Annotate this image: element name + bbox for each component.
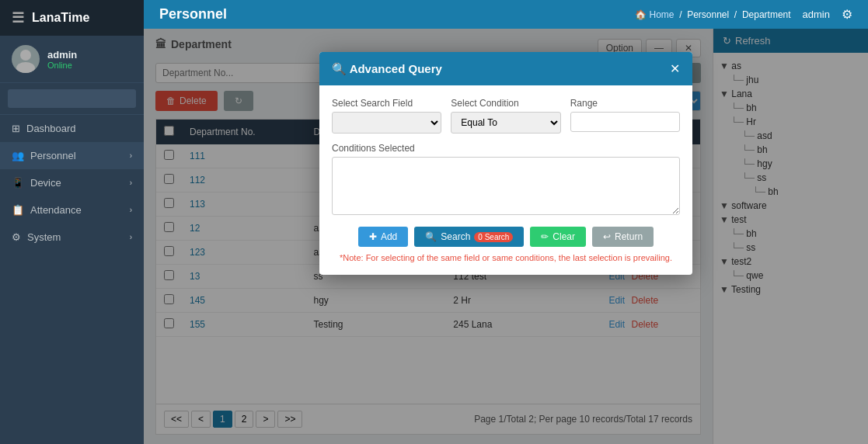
avatar (12, 45, 40, 73)
modal-close-button[interactable]: ✕ (670, 61, 680, 76)
condition-label: Select Condition (451, 98, 560, 109)
home-icon: 🏠 (635, 9, 647, 20)
svg-point-1 (16, 62, 35, 73)
admin-name: admin (803, 9, 830, 20)
search-icon: 🔍 (425, 231, 437, 242)
system-icon: ⚙ (12, 231, 21, 243)
sidebar-header: ☰ LanaTime (0, 0, 144, 36)
chevron-icon: › (130, 233, 132, 241)
personnel-breadcrumb: Personnel (687, 9, 729, 20)
range-label: Range (570, 98, 680, 109)
add-condition-button[interactable]: ✚ Add (358, 227, 408, 247)
modal-title: 🔍 Advanced Query (332, 62, 442, 76)
range-input[interactable] (570, 112, 680, 132)
sidebar-item-dashboard[interactable]: ⊞ Dashboard (0, 115, 144, 142)
hamburger-icon[interactable]: ☰ (12, 9, 24, 26)
dashboard-icon: ⊞ (12, 123, 20, 134)
condition-selector: Select Condition Equal To (451, 98, 560, 134)
sidebar-item-label: Dashboard (26, 123, 76, 134)
sidebar-item-label: System (27, 231, 61, 243)
plus-icon: ✚ (369, 231, 377, 242)
modal-note: *Note: For selecting of the same field o… (332, 253, 680, 262)
breadcrumb: 🏠 Home / Personnel / Department (635, 9, 790, 20)
sidebar-search-box (0, 83, 144, 115)
binoculars-icon: 🔍 (332, 62, 347, 75)
personnel-icon: 👥 (12, 150, 24, 161)
range-field: Range (570, 98, 680, 134)
sidebar-search-input[interactable] (8, 89, 136, 108)
modal-header: 🔍 Advanced Query ✕ (319, 52, 692, 85)
settings-icon[interactable]: ⚙ (842, 7, 852, 22)
conditions-textarea[interactable] (332, 157, 680, 215)
user-info: admin Online (47, 49, 77, 70)
svg-point-0 (20, 50, 31, 61)
sidebar-item-device[interactable]: 📱 Device › (0, 169, 144, 196)
sidebar-item-system[interactable]: ⚙ System › (0, 224, 144, 251)
topbar: Personnel 🏠 Home / Personnel / Departmen… (144, 0, 868, 29)
user-name: admin (47, 49, 77, 61)
modal-search-button[interactable]: 🔍 Search 0 Search (414, 227, 524, 247)
search-field-select[interactable] (332, 112, 441, 134)
topbar-right: 🏠 Home / Personnel / Department admin ⚙ (635, 7, 852, 22)
modal-search-count: 0 Search (474, 232, 513, 242)
condition-select[interactable]: Equal To (451, 112, 560, 134)
user-status: Online (47, 61, 77, 70)
modal-body: Select Search Field Select Condition Equ… (319, 85, 692, 275)
modal-return-button[interactable]: ↩ Return (592, 227, 654, 247)
sidebar-item-personnel[interactable]: 👥 Personnel › (0, 142, 144, 169)
conditions-selected-label: Conditions Selected (332, 143, 680, 154)
modal-fields-row: Select Search Field Select Condition Equ… (332, 98, 680, 134)
page-title: Personnel (159, 6, 227, 23)
advanced-query-modal: 🔍 Advanced Query ✕ Select Search Field (319, 52, 692, 275)
chevron-icon: › (130, 151, 132, 160)
sidebar-item-label: Attendance (30, 204, 82, 216)
chevron-icon: › (130, 179, 132, 187)
sidebar-item-label: Personnel (30, 150, 76, 161)
home-link[interactable]: Home (649, 9, 674, 20)
search-field-label: Select Search Field (332, 98, 441, 109)
department-breadcrumb: Department (742, 9, 791, 20)
return-icon: ↩ (603, 231, 611, 242)
attendance-icon: 📋 (12, 204, 24, 216)
chevron-icon: › (130, 206, 132, 214)
device-icon: 📱 (12, 177, 24, 189)
sidebar: ☰ LanaTime admin Online ⊞ Dashboard 👥 Pe… (0, 0, 144, 444)
main-content: Personnel 🏠 Home / Personnel / Departmen… (144, 0, 868, 444)
modal-clear-button[interactable]: ✏ Clear (530, 227, 586, 247)
modal-actions: ✚ Add 🔍 Search 0 Search ✏ Clear (332, 227, 680, 247)
sidebar-item-label: Device (30, 177, 61, 189)
app-name: LanaTime (32, 11, 89, 25)
search-field-selector: Select Search Field (332, 98, 441, 134)
user-section: admin Online (0, 36, 144, 83)
modal-overlay[interactable]: 🔍 Advanced Query ✕ Select Search Field (144, 29, 868, 444)
conditions-selected-section: Conditions Selected (332, 143, 680, 217)
sidebar-item-attendance[interactable]: 📋 Attendance › (0, 196, 144, 224)
clear-icon: ✏ (541, 231, 549, 242)
